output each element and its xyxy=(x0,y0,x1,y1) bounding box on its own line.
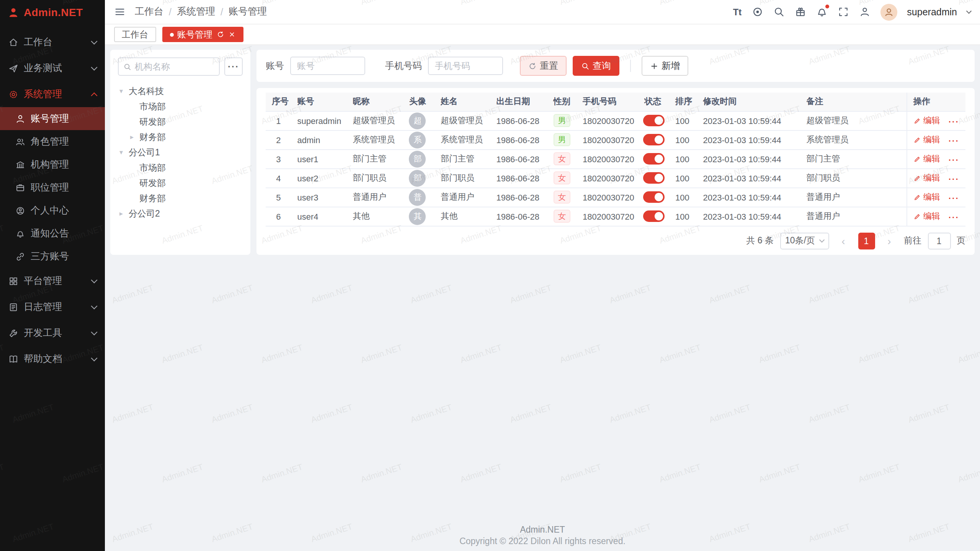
account-input[interactable] xyxy=(290,57,365,75)
row-more-button[interactable]: ··· xyxy=(949,136,959,145)
sidebar-item-label: 角色管理 xyxy=(31,135,69,148)
cell-modified: 2023-01-03 10:59:44 xyxy=(697,111,800,130)
status-toggle[interactable] xyxy=(643,210,664,222)
bell-icon xyxy=(15,228,25,238)
sidebar-item-business-test[interactable]: 业务测试 xyxy=(0,55,105,81)
edit-button[interactable]: 编辑 xyxy=(913,153,940,165)
add-button[interactable]: 新增 xyxy=(642,56,688,76)
sidebar-item-system[interactable]: 系统管理 xyxy=(0,81,105,107)
tree-node[interactable]: 大名科技 xyxy=(118,83,243,99)
cell-index: 1 xyxy=(266,111,291,130)
col-phone: 手机号码 xyxy=(577,93,637,111)
search-button[interactable]: 查询 xyxy=(573,56,619,76)
notification-bell[interactable] xyxy=(816,6,827,18)
fullscreen-icon[interactable] xyxy=(837,6,849,18)
cell-order: 100 xyxy=(669,207,697,226)
sidebar-item-help[interactable]: 帮助文档 xyxy=(0,346,105,372)
status-toggle[interactable] xyxy=(643,172,664,184)
sidebar-item-workbench[interactable]: 工作台 xyxy=(0,29,105,55)
tree-node[interactable]: 财务部 xyxy=(118,129,243,145)
edit-button[interactable]: 编辑 xyxy=(913,210,940,222)
user-icon[interactable] xyxy=(859,6,870,18)
cell-name: 系统管理员 xyxy=(434,130,490,149)
edit-button-label: 编辑 xyxy=(923,153,940,165)
tree-node[interactable]: 财务部 xyxy=(118,191,243,206)
tree-node[interactable]: 市场部 xyxy=(118,99,243,114)
role-icon xyxy=(15,137,25,147)
row-more-button[interactable]: ··· xyxy=(949,117,959,126)
sidebar-item-profile[interactable]: 个人中心 xyxy=(0,199,105,222)
refresh-icon[interactable] xyxy=(216,31,224,38)
close-icon[interactable] xyxy=(228,31,235,38)
current-page[interactable]: 1 xyxy=(858,232,875,249)
cell-account: user4 xyxy=(291,207,347,226)
avatar[interactable] xyxy=(880,3,897,20)
chevron-down-icon[interactable] xyxy=(966,8,972,13)
status-toggle[interactable] xyxy=(643,115,664,126)
chevron-down-icon xyxy=(91,64,98,70)
tab-accounts[interactable]: 账号管理 xyxy=(162,27,243,42)
org-search-input[interactable] xyxy=(135,62,214,71)
sidebar-item-organizations[interactable]: 机构管理 xyxy=(0,153,105,176)
row-more-button[interactable]: ··· xyxy=(949,174,959,183)
app-logo[interactable]: Admin.NET xyxy=(0,0,105,24)
cell-remark: 部门主管 xyxy=(800,149,907,168)
sidebar-item-positions[interactable]: 职位管理 xyxy=(0,176,105,199)
tree-node[interactable]: 分公司2 xyxy=(118,206,243,221)
sidebar-item-logs[interactable]: 日志管理 xyxy=(0,294,105,320)
status-toggle[interactable] xyxy=(643,191,664,203)
theme-icon[interactable] xyxy=(751,6,763,18)
next-page-button[interactable]: › xyxy=(881,232,898,249)
row-more-button[interactable]: ··· xyxy=(949,212,959,222)
page-size-select[interactable]: 10条/页 xyxy=(780,232,829,249)
user-icon xyxy=(15,114,25,124)
tab-workbench[interactable]: 工作台 xyxy=(114,27,156,42)
prev-page-button[interactable]: ‹ xyxy=(835,232,852,249)
sidebar-item-notices[interactable]: 通知公告 xyxy=(0,222,105,245)
status-toggle[interactable] xyxy=(643,134,664,145)
sidebar-item-third-party[interactable]: 三方账号 xyxy=(0,245,105,268)
goto-page-input[interactable] xyxy=(928,232,951,249)
status-toggle[interactable] xyxy=(643,153,664,165)
edit-button[interactable]: 编辑 xyxy=(913,134,940,145)
building-icon xyxy=(15,160,25,170)
edit-button[interactable]: 编辑 xyxy=(913,172,940,184)
tree-node[interactable]: 研发部 xyxy=(118,114,243,129)
sidebar-item-roles[interactable]: 角色管理 xyxy=(0,130,105,153)
row-more-button[interactable]: ··· xyxy=(949,155,959,164)
test-icon xyxy=(8,63,18,73)
org-tree-panel: ··· 大名科技 市场部 研发部 xyxy=(110,50,250,255)
sidebar-item-accounts[interactable]: 账号管理 xyxy=(0,107,105,130)
row-avatar: 系 xyxy=(409,131,426,148)
tree-node-label: 大名科技 xyxy=(129,85,164,97)
tree-node[interactable]: 市场部 xyxy=(118,160,243,175)
hamburger-icon[interactable] xyxy=(114,6,126,18)
sidebar-item-platform[interactable]: 平台管理 xyxy=(0,268,105,294)
main-column: 账号 手机号码 重置 查询 新增 xyxy=(256,50,975,255)
breadcrumb-item[interactable]: 工作台 xyxy=(135,5,163,18)
tree-caret-icon[interactable] xyxy=(130,133,139,141)
avatar-face-icon xyxy=(883,7,894,17)
font-size-icon[interactable]: Tt xyxy=(733,7,742,17)
col-name: 姓名 xyxy=(434,93,490,111)
username[interactable]: superadmin xyxy=(907,7,957,17)
phone-input[interactable] xyxy=(428,57,503,75)
org-search-box xyxy=(118,57,220,76)
tree-node[interactable]: 分公司1 xyxy=(118,145,243,160)
breadcrumb-item[interactable]: 系统管理 xyxy=(177,5,215,18)
tree-caret-icon[interactable] xyxy=(119,210,129,217)
edit-button[interactable]: 编辑 xyxy=(913,191,940,203)
search-icon[interactable] xyxy=(773,6,784,18)
reset-button[interactable]: 重置 xyxy=(520,56,567,76)
org-more-button[interactable]: ··· xyxy=(224,57,243,76)
cell-nickname: 普通用户 xyxy=(347,187,401,207)
edit-button[interactable]: 编辑 xyxy=(913,115,940,126)
tree-caret-icon[interactable] xyxy=(119,87,129,95)
row-avatar: 部 xyxy=(409,150,426,167)
pagination: 共 6 条 10条/页 ‹ 1 › 前往 页 xyxy=(266,232,965,249)
sidebar-item-devtools[interactable]: 开发工具 xyxy=(0,320,105,346)
tree-caret-icon[interactable] xyxy=(119,148,129,156)
tree-node[interactable]: 研发部 xyxy=(118,175,243,191)
gift-icon[interactable] xyxy=(794,6,806,18)
row-more-button[interactable]: ··· xyxy=(949,193,959,202)
